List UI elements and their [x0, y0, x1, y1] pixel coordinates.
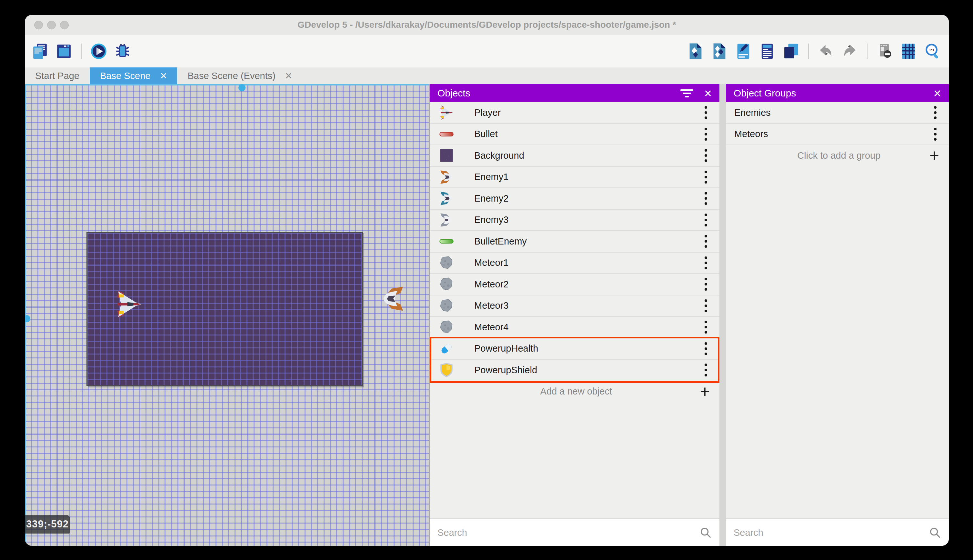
zoom-window-button[interactable]	[60, 21, 69, 29]
ship-player-icon	[439, 105, 454, 120]
groups-search-input[interactable]	[726, 527, 928, 538]
kebab-menu-icon[interactable]	[928, 125, 949, 144]
groups-panel-filler	[726, 166, 949, 518]
bullet-green-icon	[439, 233, 454, 249]
add-group-label[interactable]: Click to add a group	[726, 150, 930, 161]
play-preview-icon[interactable]	[89, 41, 109, 61]
object-row-player[interactable]: Player	[430, 102, 720, 124]
object-row-bulletenemy[interactable]: BulletEnemy	[430, 231, 720, 253]
cursor-coordinates-badge: 339;-592	[25, 515, 70, 533]
object-row-meteor3[interactable]: Meteor3	[430, 295, 720, 317]
scene-border-handle-left[interactable]	[25, 315, 30, 322]
objects-panel-filler	[430, 402, 720, 519]
objects-panel-icon[interactable]	[686, 41, 706, 61]
tab-bar: Start PageBase Scene×Base Scene (Events)…	[25, 67, 949, 84]
object-label: Background	[474, 150, 698, 161]
kebab-menu-icon[interactable]	[698, 317, 720, 337]
add-object-label[interactable]: Add a new object	[430, 386, 700, 397]
groups-search-bar	[726, 518, 949, 546]
preview-window-icon[interactable]	[54, 41, 74, 61]
toolbar-right-group	[686, 41, 949, 61]
shield-icon	[439, 362, 454, 378]
redo-icon[interactable]	[840, 41, 860, 61]
kebab-menu-icon[interactable]	[698, 360, 720, 380]
group-row-enemies[interactable]: Enemies	[726, 102, 949, 124]
object-label: BulletEnemy	[474, 236, 698, 247]
object-groups-panel-header: Object Groups ×	[726, 84, 949, 102]
objects-search-bar	[430, 518, 720, 546]
minimize-window-button[interactable]	[47, 21, 56, 29]
kebab-menu-icon[interactable]	[698, 232, 720, 251]
object-row-bullet[interactable]: Bullet	[430, 124, 720, 145]
group-row-meteors[interactable]: Meteors	[726, 124, 949, 145]
layers-panel-icon[interactable]	[781, 41, 801, 61]
ship-gray-icon	[439, 212, 454, 228]
kebab-menu-icon[interactable]	[698, 296, 720, 315]
kebab-menu-icon[interactable]	[698, 103, 720, 122]
object-row-enemy2[interactable]: Enemy2	[430, 188, 720, 210]
object-label: PowerupShield	[474, 365, 698, 375]
add-object-row[interactable]: Add a new object +	[430, 381, 720, 402]
debug-icon[interactable]	[113, 41, 133, 61]
close-icon[interactable]: ×	[704, 87, 712, 100]
meteor-icon	[439, 319, 454, 335]
kebab-menu-icon[interactable]	[698, 146, 720, 165]
add-group-row[interactable]: Click to add a group +	[726, 145, 949, 166]
object-row-meteor1[interactable]: Meteor1	[430, 253, 720, 274]
objects-panel-header: Objects ×	[430, 84, 720, 102]
kebab-menu-icon[interactable]	[698, 253, 720, 273]
kebab-menu-icon[interactable]	[698, 189, 720, 208]
object-row-background[interactable]: Background	[430, 145, 720, 167]
title-bar: GDevelop 5 - /Users/dkarakay/Documents/G…	[25, 15, 949, 35]
objects-search-input[interactable]	[430, 527, 699, 538]
instances-list-icon[interactable]	[757, 41, 777, 61]
object-label: Enemy2	[474, 193, 698, 204]
kebab-menu-icon[interactable]	[928, 103, 949, 122]
kebab-menu-icon[interactable]	[698, 125, 720, 144]
object-row-poweruphealth[interactable]: PowerupHealth	[430, 338, 720, 360]
object-row-powerupshield[interactable]: PowerupShield	[430, 360, 720, 381]
object-row-enemy1[interactable]: Enemy1	[430, 167, 720, 188]
panel-divider	[720, 84, 726, 546]
objects-panel: Objects × PlayerBulletBackgroundEnemy1En…	[430, 84, 720, 546]
player-ship-instance[interactable]	[114, 289, 143, 320]
tab-base-scene[interactable]: Base Scene×	[90, 67, 177, 84]
window-mask-icon[interactable]	[875, 41, 895, 61]
object-row-meteor2[interactable]: Meteor2	[430, 274, 720, 295]
scene-border-handle-top[interactable]	[238, 84, 245, 91]
object-label: Meteor3	[474, 300, 698, 311]
kebab-menu-icon[interactable]	[698, 167, 720, 187]
search-icon	[699, 526, 712, 539]
plus-icon[interactable]: +	[700, 383, 720, 400]
object-groups-panel-icon[interactable]	[710, 41, 730, 61]
kebab-menu-icon[interactable]	[698, 210, 720, 230]
meteor-icon	[439, 298, 454, 313]
tab-close-icon[interactable]: ×	[160, 70, 167, 82]
scene-canvas[interactable]: 339;-592	[25, 84, 430, 546]
object-row-meteor4[interactable]: Meteor4	[430, 317, 720, 338]
kebab-menu-icon[interactable]	[698, 339, 720, 358]
tab-label: Base Scene	[100, 71, 150, 81]
properties-panel-icon[interactable]	[733, 41, 753, 61]
tab-start-page[interactable]: Start Page	[25, 67, 90, 84]
plus-icon[interactable]: +	[930, 147, 949, 164]
close-icon[interactable]: ×	[934, 87, 941, 100]
main-content: 339;-592 Objects × PlayerBulletBackgroun…	[25, 84, 949, 546]
close-window-button[interactable]	[34, 21, 43, 29]
toolbar-separator	[867, 43, 868, 59]
object-row-enemy3[interactable]: Enemy3	[430, 210, 720, 231]
enemy-ship-instance[interactable]	[377, 285, 407, 313]
object-groups-panel-title: Object Groups	[726, 88, 934, 99]
tab-base-scene-events-[interactable]: Base Scene (Events)×	[177, 67, 302, 84]
window-controls	[34, 21, 69, 29]
project-manager-icon[interactable]	[30, 41, 50, 61]
tab-close-icon[interactable]: ×	[285, 70, 292, 82]
kebab-menu-icon[interactable]	[698, 275, 720, 294]
objects-panel-title: Objects	[430, 88, 680, 99]
app-window: GDevelop 5 - /Users/dkarakay/Documents/G…	[25, 15, 949, 546]
grid-icon[interactable]	[898, 41, 918, 61]
undo-icon[interactable]	[816, 41, 836, 61]
filter-icon[interactable]	[680, 89, 693, 97]
zoom-original-icon[interactable]	[922, 41, 942, 61]
object-groups-list: EnemiesMeteors	[726, 102, 949, 145]
